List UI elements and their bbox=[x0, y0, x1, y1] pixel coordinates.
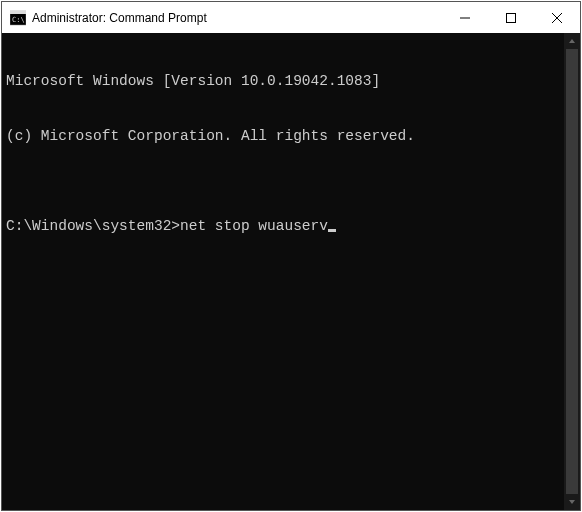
window-controls bbox=[442, 2, 580, 33]
window-title: Administrator: Command Prompt bbox=[32, 11, 207, 25]
cmd-icon: C:\ bbox=[10, 10, 26, 26]
prompt-line: C:\Windows\system32>net stop wuauserv bbox=[6, 217, 576, 235]
scroll-down-arrow-icon[interactable] bbox=[564, 494, 580, 510]
command-prompt-window: C:\ Administrator: Command Prompt Micros… bbox=[1, 1, 581, 511]
prompt-path: C:\Windows\system32> bbox=[6, 217, 180, 235]
scroll-track[interactable] bbox=[564, 49, 580, 494]
scroll-up-arrow-icon[interactable] bbox=[564, 33, 580, 49]
typed-command: net stop wuauserv bbox=[180, 217, 328, 235]
svg-text:C:\: C:\ bbox=[12, 16, 25, 24]
copyright-line: (c) Microsoft Corporation. All rights re… bbox=[6, 127, 576, 145]
version-line: Microsoft Windows [Version 10.0.19042.10… bbox=[6, 72, 576, 90]
maximize-button[interactable] bbox=[488, 2, 534, 33]
svg-rect-1 bbox=[10, 11, 26, 14]
titlebar[interactable]: C:\ Administrator: Command Prompt bbox=[2, 2, 580, 33]
close-button[interactable] bbox=[534, 2, 580, 33]
cursor bbox=[328, 229, 336, 232]
vertical-scrollbar[interactable] bbox=[564, 33, 580, 510]
terminal-area[interactable]: Microsoft Windows [Version 10.0.19042.10… bbox=[2, 33, 580, 510]
minimize-button[interactable] bbox=[442, 2, 488, 33]
svg-rect-4 bbox=[507, 13, 516, 22]
svg-marker-7 bbox=[569, 39, 575, 43]
scroll-thumb[interactable] bbox=[566, 49, 578, 494]
svg-marker-8 bbox=[569, 500, 575, 504]
